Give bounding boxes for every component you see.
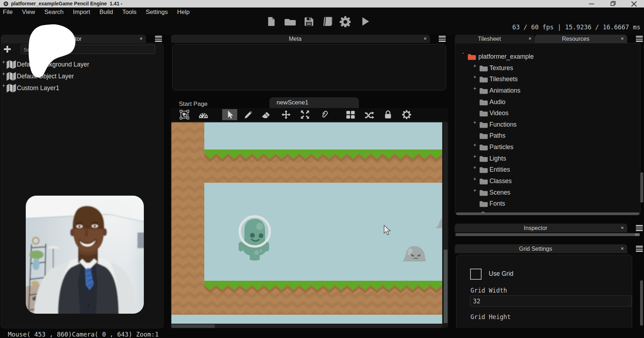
tree-row[interactable]: +Functions <box>455 119 640 131</box>
inspector-scrollbar[interactable] <box>455 233 640 236</box>
tool-move[interactable] <box>278 109 293 120</box>
save-icon[interactable] <box>304 16 314 27</box>
expand-icon[interactable]: + <box>473 74 476 80</box>
panel-menu-icon[interactable] <box>636 36 643 42</box>
panel-menu-icon[interactable] <box>439 36 446 42</box>
layer-row[interactable]: +Default Background Layer <box>1 59 163 71</box>
tool-cursor[interactable] <box>222 109 237 120</box>
resources-vertical-scrollbar[interactable] <box>640 172 643 202</box>
expand-icon[interactable]: + <box>2 59 5 65</box>
lock-icon <box>383 110 393 119</box>
close-icon[interactable]: × <box>140 36 142 41</box>
attach-icon <box>319 110 329 119</box>
expand-icon[interactable]: + <box>473 165 476 170</box>
tree-row[interactable]: Audio <box>455 97 640 108</box>
fps-counter: 63 / 60 fps | 15.9236 / 16.6667 ms <box>512 24 640 31</box>
close-icon[interactable]: × <box>621 225 624 230</box>
play-icon[interactable] <box>360 16 370 27</box>
expand-icon[interactable]: + <box>473 63 476 69</box>
close-icon[interactable]: × <box>621 246 624 251</box>
scene-horizontal-scrollbar[interactable] <box>171 324 442 328</box>
expand-icon[interactable]: + <box>473 176 476 182</box>
close-icon[interactable]: × <box>528 36 531 41</box>
tool-resize[interactable] <box>297 109 312 120</box>
close-button[interactable] <box>629 0 639 8</box>
minimize-button[interactable] <box>586 0 597 8</box>
add-layer-button[interactable] <box>3 45 11 53</box>
resources-horizontal-scrollbar[interactable] <box>456 212 639 215</box>
tab-newscene1-label: newScene1 <box>277 99 308 106</box>
maximize-button[interactable] <box>608 0 618 8</box>
inspector-panel: Inspector × <box>455 224 644 237</box>
expand-icon[interactable]: + <box>473 187 476 193</box>
expand-icon[interactable]: + <box>473 153 476 159</box>
tool-pencil[interactable] <box>241 109 256 120</box>
layer-row[interactable]: +Custom Layer1 <box>1 83 163 94</box>
menu-item-search[interactable]: Search <box>44 9 64 16</box>
expand-icon[interactable]: - <box>462 50 464 56</box>
grid-width-input[interactable] <box>470 295 632 307</box>
layer-row[interactable]: +Default Object Layer <box>1 71 163 83</box>
use-grid-checkbox[interactable] <box>470 269 482 280</box>
menu-item-help[interactable]: Help <box>177 9 190 16</box>
scrollbar-handle[interactable] <box>444 250 448 323</box>
panel-menu-icon[interactable] <box>636 225 643 231</box>
expand-icon[interactable]: + <box>2 71 5 77</box>
tree-row[interactable]: +Textures <box>455 63 640 74</box>
scene-vertical-scrollbar[interactable] <box>444 122 448 324</box>
tool-dashboard[interactable] <box>196 109 211 120</box>
tool-lock[interactable] <box>380 109 395 120</box>
expand-icon[interactable]: + <box>2 83 5 88</box>
new-file-icon[interactable] <box>267 16 276 27</box>
expand-icon[interactable]: + <box>473 142 476 148</box>
tree-row[interactable]: Videos <box>455 108 640 119</box>
tree-row[interactable]: +Animations <box>455 85 640 97</box>
tab-start-page[interactable]: Start Page <box>179 101 208 108</box>
tool-gear[interactable] <box>399 109 414 120</box>
meta-tab[interactable]: Meta × <box>171 35 430 43</box>
close-icon[interactable]: × <box>424 36 426 41</box>
tree-row[interactable]: +Tilesheets <box>455 74 640 85</box>
scene-viewport[interactable] <box>171 122 442 324</box>
settings-gear-icon[interactable] <box>339 16 351 27</box>
menu-item-import[interactable]: Import <box>73 9 90 16</box>
menu-item-settings[interactable]: Settings <box>146 9 168 16</box>
meta-content <box>172 44 446 90</box>
log-book-icon[interactable] <box>321 16 333 27</box>
tree-row[interactable]: -platformer_example <box>455 51 640 63</box>
tool-tiles[interactable] <box>343 109 358 120</box>
tree-row[interactable]: +Lights <box>455 153 640 165</box>
open-folder-icon[interactable] <box>284 17 296 26</box>
tool-shuffle[interactable] <box>362 109 377 120</box>
tree-row[interactable]: +Particles <box>455 142 640 153</box>
tab-tilesheet[interactable]: Tilesheet × <box>455 35 535 43</box>
tool-transform-select[interactable] <box>177 109 192 120</box>
tree-label: Scenes <box>489 189 510 196</box>
folder-icon <box>468 53 476 60</box>
close-icon[interactable]: × <box>621 36 624 41</box>
use-grid-label: Use Grid <box>489 270 513 278</box>
tree-row[interactable]: +Scenes <box>455 187 640 199</box>
scrollbar-handle[interactable] <box>171 324 215 328</box>
tab-resources[interactable]: Resources × <box>535 35 627 43</box>
expand-icon[interactable]: + <box>473 119 476 125</box>
grid-settings-tab[interactable]: Grid Settings × <box>455 244 627 253</box>
tab-newscene1[interactable]: newScene1 <box>269 97 359 108</box>
folder-icon <box>479 87 488 94</box>
grid-settings-scrollbar[interactable] <box>640 280 643 325</box>
tool-attach[interactable] <box>316 109 331 120</box>
inspector-tab[interactable]: Inspector × <box>455 224 627 232</box>
menu-item-tools[interactable]: Tools <box>122 9 137 16</box>
tree-row[interactable]: +Classes <box>455 176 640 187</box>
eraser-icon <box>261 110 271 119</box>
menu-item-build[interactable]: Build <box>99 9 113 16</box>
panel-menu-icon[interactable] <box>636 246 643 252</box>
tool-eraser[interactable] <box>258 109 273 120</box>
menu-item-view[interactable]: View <box>22 9 35 16</box>
menu-item-file[interactable]: File <box>3 9 13 16</box>
panel-menu-icon[interactable] <box>155 36 162 42</box>
tree-row[interactable]: Fonts <box>455 198 640 210</box>
expand-icon[interactable]: + <box>473 85 476 91</box>
tree-row[interactable]: Paths <box>455 130 640 142</box>
tree-row[interactable]: +Entities <box>455 164 640 176</box>
